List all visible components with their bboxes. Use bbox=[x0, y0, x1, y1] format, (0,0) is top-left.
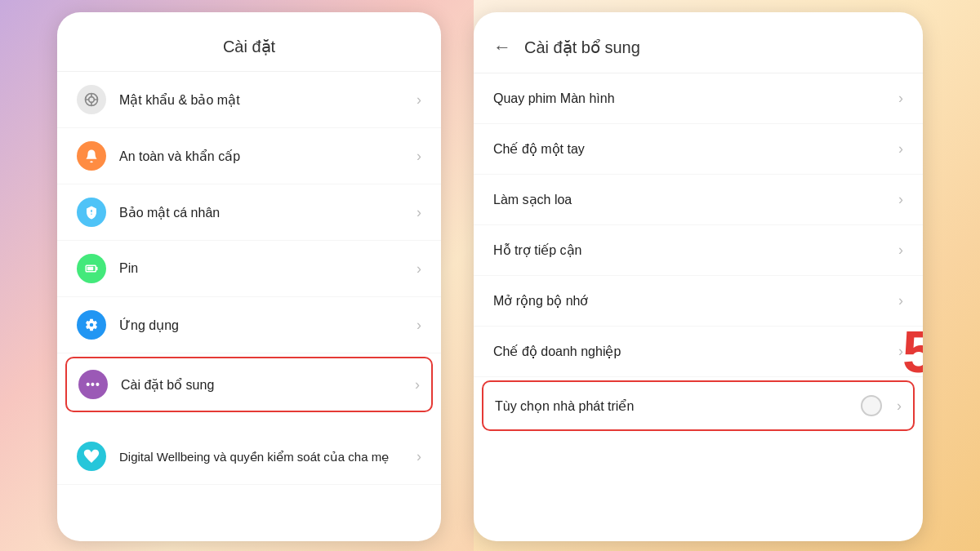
accessibility-chevron: › bbox=[898, 242, 903, 259]
additional-chevron: › bbox=[415, 376, 420, 393]
right-item-clean-speaker[interactable]: Làm sạch loa › bbox=[474, 175, 923, 225]
right-item-accessibility[interactable]: Hỗ trợ tiếp cận › bbox=[474, 225, 923, 276]
one-hand-label: Chế độ một tay bbox=[493, 141, 892, 157]
accessibility-label: Hỗ trợ tiếp cận bbox=[493, 242, 892, 258]
emergency-chevron: › bbox=[416, 148, 421, 165]
battery-icon bbox=[77, 254, 106, 283]
right-phone-panel: ← Cài đặt bổ sung Quay phim Màn hình › C… bbox=[474, 12, 923, 541]
right-header: ← Cài đặt bổ sung bbox=[474, 12, 923, 73]
battery-label: Pin bbox=[119, 261, 410, 276]
back-button[interactable]: ← bbox=[493, 37, 511, 58]
security-icon bbox=[77, 85, 106, 114]
emergency-label: An toàn và khẩn cấp bbox=[119, 149, 410, 164]
right-item-developer[interactable]: Tùy chọn nhà phát triển › bbox=[482, 380, 915, 431]
left-phone-panel: Cài đặt Mật khẩu & bảo mật › bbox=[57, 12, 441, 541]
right-item-one-hand[interactable]: Chế độ một tay › bbox=[474, 124, 923, 175]
svg-point-7 bbox=[91, 214, 92, 216]
apps-icon bbox=[77, 310, 106, 340]
left-panel-title: Cài đặt bbox=[57, 12, 441, 72]
one-hand-chevron: › bbox=[898, 140, 903, 158]
wellbeing-icon bbox=[77, 442, 106, 471]
settings-item-security[interactable]: Mật khẩu & bảo mật › bbox=[57, 72, 441, 128]
settings-item-privacy[interactable]: Bảo mật cá nhân › bbox=[57, 184, 441, 241]
right-item-screen-record[interactable]: Quay phim Màn hình › bbox=[474, 73, 923, 124]
additional-label: Cài đặt bổ sung bbox=[121, 377, 408, 393]
expand-memory-chevron: › bbox=[898, 292, 903, 309]
right-panel-title: Cài đặt bổ sung bbox=[524, 38, 640, 57]
privacy-chevron: › bbox=[416, 204, 421, 221]
step-5-number: 5 bbox=[902, 322, 923, 381]
security-chevron: › bbox=[416, 91, 421, 109]
right-item-enterprise[interactable]: Chế độ doanh nghiệp 5 › bbox=[474, 327, 923, 377]
battery-chevron: › bbox=[416, 260, 421, 278]
apps-chevron: › bbox=[416, 317, 421, 334]
developer-toggle[interactable] bbox=[861, 395, 882, 416]
right-item-expand-memory[interactable]: Mở rộng bộ nhớ › bbox=[474, 276, 923, 327]
settings-item-battery[interactable]: Pin › bbox=[57, 241, 441, 297]
settings-list: Mật khẩu & bảo mật › An toàn và khẩn cấp… bbox=[57, 72, 441, 485]
expand-memory-label: Mở rộng bộ nhớ bbox=[493, 293, 892, 309]
svg-point-12 bbox=[90, 323, 94, 327]
privacy-icon bbox=[77, 198, 106, 227]
settings-item-additional[interactable]: ••• Cài đặt bổ sung › bbox=[65, 357, 433, 412]
developer-chevron: › bbox=[897, 398, 902, 415]
additional-icon: ••• bbox=[78, 370, 108, 399]
right-settings-list: Quay phim Màn hình › Chế độ một tay › Là… bbox=[474, 73, 923, 431]
enterprise-label: Chế độ doanh nghiệp bbox=[493, 344, 892, 359]
apps-label: Ứng dụng bbox=[119, 318, 410, 333]
svg-rect-10 bbox=[87, 267, 94, 271]
clean-speaker-chevron: › bbox=[898, 191, 903, 208]
developer-label: Tùy chọn nhà phát triển bbox=[495, 398, 861, 414]
wellbeing-label: Digital Wellbeing và quyền kiểm soát của… bbox=[119, 448, 410, 465]
wellbeing-chevron: › bbox=[416, 448, 421, 465]
privacy-label: Bảo mật cá nhân bbox=[119, 205, 410, 220]
svg-point-1 bbox=[89, 97, 95, 103]
settings-item-emergency[interactable]: An toàn và khẩn cấp › bbox=[57, 128, 441, 184]
security-label: Mật khẩu & bảo mật bbox=[119, 92, 410, 108]
settings-item-wellbeing[interactable]: Digital Wellbeing và quyền kiểm soát của… bbox=[57, 429, 441, 485]
settings-item-apps[interactable]: Ứng dụng › 4 bbox=[57, 297, 441, 353]
screen-record-label: Quay phim Màn hình bbox=[493, 91, 892, 106]
emergency-icon bbox=[77, 141, 106, 171]
screen-record-chevron: › bbox=[898, 90, 903, 107]
clean-speaker-label: Làm sạch loa bbox=[493, 192, 892, 207]
